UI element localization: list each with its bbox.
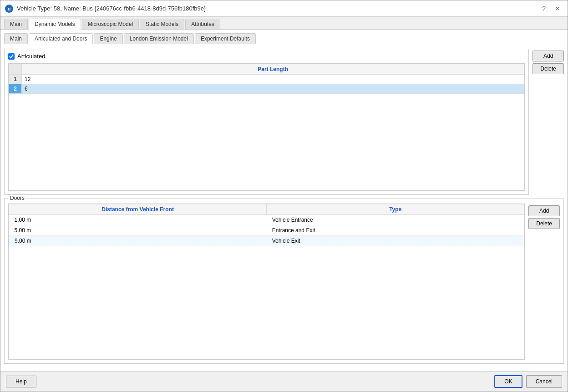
part-length-table-container: Part Length 11226 bbox=[8, 63, 525, 191]
cancel-btn[interactable]: Cancel bbox=[526, 375, 562, 388]
articulated-checkbox-row: Articulated bbox=[8, 53, 525, 60]
doors-buttons: Add Delete bbox=[528, 204, 560, 229]
main-window: n Vehicle Type: 58, Name: Bus {240676cc-… bbox=[0, 0, 568, 392]
window-title: Vehicle Type: 58, Name: Bus {240676cc-fb… bbox=[17, 5, 206, 12]
part-length-header: Part Length bbox=[22, 64, 524, 75]
door-distance[interactable]: 1.00 m bbox=[9, 215, 267, 225]
tab-dynamic-models[interactable]: Dynamic Models bbox=[29, 19, 81, 30]
part-length-value[interactable]: 12 bbox=[22, 75, 524, 84]
articulated-buttons: Add Delete bbox=[532, 49, 564, 74]
tab-microscopic-model[interactable]: Microscopic Model bbox=[82, 19, 139, 29]
door-type[interactable]: Entrance and Exit bbox=[267, 225, 524, 236]
part-num-header bbox=[9, 64, 22, 75]
door-type[interactable]: Vehicle Exit bbox=[267, 236, 524, 246]
doors-add-btn[interactable]: Add bbox=[528, 205, 560, 216]
sub-tab-experiment-defaults[interactable]: Experiment Defaults bbox=[195, 33, 256, 44]
part-length-value[interactable]: 6 bbox=[22, 84, 524, 94]
tab-static-models[interactable]: Static Models bbox=[140, 19, 184, 29]
title-bar-controls: ? ✕ bbox=[539, 4, 563, 13]
footer-left: Help bbox=[6, 376, 36, 387]
sub-tab-bar: Main Articulated and Doors Engine London… bbox=[4, 33, 564, 44]
row-num: 2 bbox=[9, 84, 22, 94]
part-length-table: Part Length 11226 bbox=[9, 64, 524, 94]
door-type[interactable]: Vehicle Entrance bbox=[267, 215, 524, 225]
footer-right: OK Cancel bbox=[494, 375, 562, 388]
doors-col-distance: Distance from Vehicle Front bbox=[9, 204, 267, 215]
ok-btn[interactable]: OK bbox=[494, 375, 522, 388]
row-num: 1 bbox=[9, 75, 22, 84]
door-distance[interactable]: 5.00 m bbox=[9, 225, 267, 236]
doors-table-row[interactable]: 5.00 mEntrance and Exit bbox=[9, 225, 524, 236]
doors-table: Distance from Vehicle Front Type 1.00 mV… bbox=[9, 204, 524, 246]
main-tab-bar: Main Dynamic Models Microscopic Model St… bbox=[0, 17, 568, 30]
articulated-label: Articulated bbox=[17, 53, 45, 60]
doors-delete-btn[interactable]: Delete bbox=[528, 218, 560, 229]
sub-tab-engine[interactable]: Engine bbox=[94, 33, 122, 44]
title-bar: n Vehicle Type: 58, Name: Bus {240676cc-… bbox=[0, 0, 568, 17]
doors-section-label: Doors bbox=[8, 195, 26, 201]
door-distance[interactable]: 9.00 m bbox=[9, 236, 267, 246]
part-table-row[interactable]: 112 bbox=[9, 75, 524, 84]
close-btn[interactable]: ✕ bbox=[552, 4, 563, 13]
sub-tab-main[interactable]: Main bbox=[4, 33, 28, 44]
help-icon-btn[interactable]: ? bbox=[539, 4, 548, 13]
part-table-row[interactable]: 26 bbox=[9, 84, 524, 94]
footer: Help OK Cancel bbox=[0, 371, 568, 392]
tab-main[interactable]: Main bbox=[4, 19, 28, 29]
sub-tab-articulated-doors[interactable]: Articulated and Doors bbox=[29, 33, 93, 44]
sub-tab-london-emission[interactable]: London Emission Model bbox=[124, 33, 194, 44]
help-btn[interactable]: Help bbox=[6, 376, 36, 387]
articulated-delete-btn[interactable]: Delete bbox=[532, 63, 564, 74]
articulated-add-btn[interactable]: Add bbox=[532, 51, 564, 61]
doors-table-row[interactable]: 1.00 mVehicle Entrance bbox=[9, 215, 524, 225]
app-icon: n bbox=[5, 5, 13, 13]
title-bar-left: n Vehicle Type: 58, Name: Bus {240676cc-… bbox=[5, 5, 206, 13]
content-area: Main Articulated and Doors Engine London… bbox=[0, 30, 568, 371]
doors-table-row[interactable]: 9.00 mVehicle Exit bbox=[9, 236, 524, 246]
tab-attributes[interactable]: Attributes bbox=[185, 19, 220, 29]
articulated-checkbox[interactable] bbox=[8, 53, 15, 60]
doors-col-type: Type bbox=[267, 204, 524, 215]
